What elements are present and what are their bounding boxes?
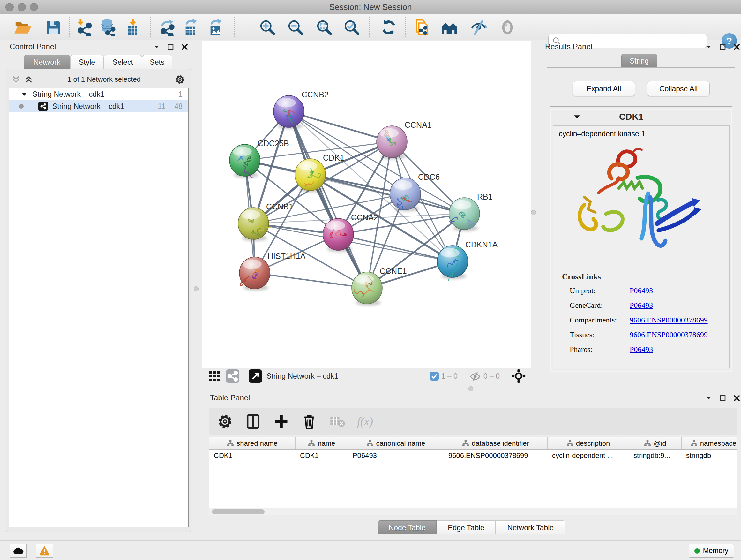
crosslink-value-link[interactable]: P06493 — [630, 287, 653, 295]
delete-column-button[interactable] — [301, 413, 318, 430]
right-splitter-handle[interactable] — [531, 210, 536, 215]
panel-float-icon[interactable] — [167, 44, 174, 51]
create-column-button[interactable] — [273, 413, 289, 430]
cloud-status-button[interactable] — [10, 544, 27, 558]
table-cell[interactable]: 9606.ENSP00000378699 — [444, 449, 548, 462]
crosslink-row: Pharos:P06493 — [553, 342, 729, 357]
tab-select[interactable]: Select — [104, 55, 142, 69]
table-row[interactable]: CDK1CDK1P064939606.ENSP00000378699cyclin… — [209, 449, 737, 462]
node-table: shared namenamecanonical namedatabase id… — [209, 437, 737, 515]
column-header-database-identifier[interactable]: database identifier — [444, 437, 548, 449]
scrollbar-thumb[interactable] — [212, 509, 265, 514]
save-session-button[interactable] — [45, 18, 63, 37]
network-edge-CCNB2-CCNA1[interactable] — [289, 111, 392, 142]
network-edge-CCNB2-CCNE1[interactable] — [289, 111, 367, 288]
table-cell[interactable]: cyclin-dependent ... — [548, 449, 629, 462]
network-node-RB1[interactable]: RB1 — [449, 192, 493, 231]
table-settings-button[interactable] — [217, 413, 233, 430]
panel-close-icon[interactable] — [733, 395, 740, 401]
open-in-window-button[interactable] — [249, 369, 262, 383]
expand-all-icon[interactable] — [24, 75, 33, 84]
table-cell[interactable]: P06493 — [348, 449, 444, 462]
collapse-all-icon[interactable] — [11, 75, 21, 84]
gear-icon[interactable] — [175, 74, 185, 85]
export-network-button[interactable] — [158, 18, 176, 37]
column-header-name[interactable]: name — [295, 437, 348, 449]
zoom-fit-button[interactable] — [315, 18, 333, 37]
table-cell[interactable]: stringdb — [682, 449, 737, 462]
crosslink-value-link[interactable]: 9606.ENSP00000378699 — [630, 316, 708, 324]
network-edge-CCNA2-CDKN1A[interactable] — [338, 234, 453, 261]
show-columns-button[interactable] — [245, 413, 261, 430]
hidden-eye-icon[interactable] — [469, 371, 481, 381]
zoom-in-button[interactable] — [259, 18, 276, 37]
fit-selected-button[interactable] — [512, 369, 526, 383]
panel-menu-icon[interactable] — [705, 44, 712, 51]
export-image-button[interactable] — [207, 18, 225, 37]
import-network-icon — [75, 18, 93, 37]
crosslink-value-link[interactable]: P06493 — [630, 301, 653, 310]
horizontal-scrollbar[interactable] — [209, 508, 737, 515]
panel-float-icon[interactable] — [719, 395, 726, 401]
table-cell[interactable]: CDK1 — [295, 449, 348, 462]
import-network-database-button[interactable] — [99, 18, 117, 37]
network-node-CDKN1A[interactable]: CDKN1A — [437, 240, 498, 281]
expand-all-button[interactable]: Expand All — [572, 81, 635, 97]
column-header-canonical-name[interactable]: canonical name — [348, 437, 444, 449]
zoom-selected-button[interactable] — [343, 18, 360, 37]
network-edge-HIST1H1A-CCNE1[interactable] — [255, 273, 367, 288]
left-splitter-handle[interactable] — [194, 287, 199, 292]
export-table-button[interactable] — [182, 18, 200, 37]
new-network-from-selection-button[interactable] — [413, 18, 431, 37]
panel-menu-icon[interactable] — [153, 44, 160, 51]
network-collection-row[interactable]: String Network – cdk1 1 — [9, 88, 188, 100]
network-node-CCNB1[interactable]: CCNB1 — [238, 202, 293, 241]
show-all-button[interactable] — [498, 18, 516, 37]
apply-layout-button[interactable] — [380, 18, 398, 37]
table-cell[interactable]: CDK1 — [209, 449, 295, 462]
panel-menu-icon[interactable] — [705, 395, 712, 401]
tab-sets[interactable]: Sets — [142, 55, 172, 69]
tab-node-table[interactable]: Node Table — [378, 520, 436, 535]
collapse-all-button[interactable]: Collapse All — [647, 81, 710, 97]
network-row[interactable]: String Network – cdk1 11 48 — [9, 100, 188, 112]
bottom-splitter-handle[interactable] — [468, 386, 473, 391]
hide-selected-button[interactable] — [470, 18, 488, 37]
network-node-HIST1H1A[interactable]: HIST1H1A — [239, 252, 306, 291]
network-canvas[interactable]: CCNB2CCNA1CDC25BCDK1CDC6RB1CCNB1CCNA2CDK… — [202, 41, 531, 368]
tab-edge-table[interactable]: Edge Table — [436, 520, 495, 535]
tab-network[interactable]: Network — [23, 55, 70, 69]
crosslink-value-link[interactable]: P06493 — [630, 345, 653, 354]
entry-expander-icon[interactable] — [573, 113, 581, 121]
panel-float-icon[interactable] — [719, 44, 726, 51]
import-table-button[interactable] — [124, 18, 142, 37]
column-header-shared-name[interactable]: shared name — [209, 437, 295, 449]
column-header--id[interactable]: @id — [629, 437, 682, 449]
delete-table-button[interactable] — [329, 413, 346, 430]
selected-nodes-checkbox[interactable] — [430, 372, 439, 381]
column-header-description[interactable]: description — [548, 437, 629, 449]
first-neighbors-button[interactable] — [441, 18, 459, 37]
crosslink-value-link[interactable]: 9606.ENSP00000378699 — [630, 330, 708, 339]
tab-network-table[interactable]: Network Table — [495, 520, 565, 535]
tab-style[interactable]: Style — [70, 55, 104, 69]
status-bar: Memory — [0, 540, 741, 560]
results-panel-title: Results Panel — [545, 42, 592, 51]
collection-expander-icon[interactable] — [21, 91, 27, 98]
panel-close-icon[interactable] — [181, 44, 188, 51]
network-overview-button[interactable] — [226, 369, 239, 383]
warnings-button[interactable] — [36, 544, 53, 558]
zoom-out-button[interactable] — [286, 18, 305, 37]
column-header-namespace[interactable]: namespace — [682, 437, 737, 449]
crosshair-icon — [512, 369, 526, 383]
panel-close-icon[interactable] — [733, 44, 740, 51]
network-node-CDK1[interactable]: CDK1 — [295, 153, 344, 192]
import-network-file-button[interactable] — [75, 18, 93, 37]
table-cell[interactable]: stringdb:9... — [629, 449, 682, 462]
memory-button[interactable]: Memory — [689, 544, 734, 558]
function-builder-button[interactable]: f(x) — [357, 413, 373, 430]
birds-eye-view-button[interactable] — [209, 371, 220, 381]
open-session-button[interactable] — [14, 18, 31, 37]
cdk1-entry-header[interactable]: CDK1 — [550, 109, 732, 125]
tab-string-results[interactable]: String — [621, 54, 657, 68]
